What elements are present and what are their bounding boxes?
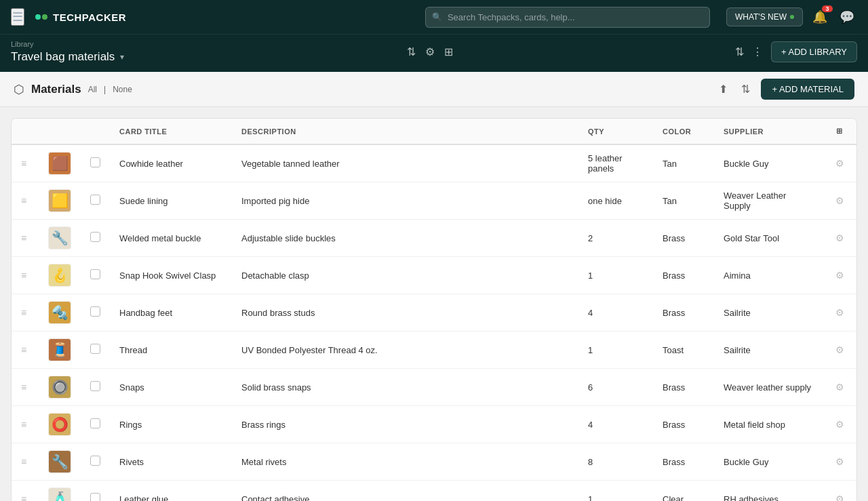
- row-qty: one hide: [578, 182, 653, 220]
- row-checkbox[interactable]: [90, 344, 100, 354]
- row-thumbnail: ⭕: [39, 406, 81, 443]
- add-material-button[interactable]: + ADD MATERIAL: [761, 79, 854, 100]
- row-thumbnail: 🟨: [39, 182, 81, 220]
- sort-button[interactable]: ⇅: [738, 80, 753, 98]
- library-icons: ⇅ ⚙ ⊞: [407, 45, 453, 58]
- table-row: ≡ 🟫 Cowhide leather Vegetable tanned lea…: [12, 144, 856, 182]
- add-library-button[interactable]: + ADD LIBRARY: [771, 41, 857, 62]
- table-row: ≡ 🧴 Leather glue Contact adhesive 1 Clea…: [12, 481, 856, 502]
- row-checkbox[interactable]: [90, 306, 100, 317]
- thumbnail-image: 🧴: [48, 487, 71, 501]
- row-thumbnail: 🔘: [39, 369, 81, 406]
- filter-all-link[interactable]: All: [88, 85, 97, 94]
- row-thumbnail: 🧵: [39, 332, 81, 369]
- whats-new-label: WHAT'S NEW: [735, 12, 787, 22]
- filter-icon[interactable]: ⇅: [407, 45, 416, 58]
- row-drag[interactable]: ≡: [12, 182, 39, 220]
- row-checkbox[interactable]: [90, 456, 100, 466]
- row-checkbox-cell: [81, 406, 110, 443]
- filter-none-link[interactable]: None: [113, 85, 132, 94]
- row-checkbox[interactable]: [90, 493, 100, 501]
- row-gear-icon[interactable]: ⚙: [835, 307, 844, 318]
- row-gear-cell: ⚙: [823, 406, 856, 443]
- table-row: ≡ 🪝 Snap Hook Swivel Clasp Detachable cl…: [12, 257, 856, 294]
- row-description: Solid brass snaps: [232, 369, 578, 406]
- row-gear-icon[interactable]: ⚙: [835, 494, 844, 501]
- library-title: Travel bag materials: [11, 50, 115, 64]
- row-thumbnail: 🧴: [39, 481, 81, 502]
- export-button[interactable]: ⬆: [716, 80, 730, 98]
- row-drag[interactable]: ≡: [12, 294, 39, 332]
- row-gear-cell: ⚙: [823, 182, 856, 220]
- row-qty: 1: [578, 332, 653, 369]
- row-drag[interactable]: ≡: [12, 481, 39, 502]
- row-title: Thread: [110, 332, 232, 369]
- notifications-button[interactable]: 🔔 3: [810, 7, 830, 27]
- row-checkbox[interactable]: [90, 232, 100, 242]
- table-row: ≡ 🟨 Suede lining Imported pig hide one h…: [12, 182, 856, 220]
- row-qty: 6: [578, 369, 653, 406]
- row-checkbox[interactable]: [90, 418, 100, 428]
- table-row: ≡ 🔧 Welded metal buckle Adjustable slide…: [12, 220, 856, 257]
- row-checkbox-cell: [81, 182, 110, 220]
- row-title: Welded metal buckle: [110, 220, 232, 257]
- th-thumb: [39, 119, 81, 144]
- hamburger-button[interactable]: ☰: [11, 8, 24, 26]
- row-supplier: Aimina: [714, 257, 823, 294]
- row-checkbox[interactable]: [90, 157, 100, 167]
- table-row: ≡ ⭕ Rings Brass rings 4 Brass Metal fiel…: [12, 406, 856, 443]
- row-drag[interactable]: ≡: [12, 443, 39, 481]
- row-gear-icon[interactable]: ⚙: [835, 195, 844, 206]
- th-actions[interactable]: ⊞: [823, 119, 856, 144]
- row-drag[interactable]: ≡: [12, 369, 39, 406]
- row-thumbnail: 🟫: [39, 144, 81, 182]
- table-header-row: Card Title DESCRIPTION QTY COLOR SUPPLIE…: [12, 119, 856, 144]
- more-icon[interactable]: ⋮: [752, 45, 763, 58]
- search-input[interactable]: [425, 7, 710, 28]
- app-name: TECHPACKER: [53, 12, 126, 23]
- row-drag[interactable]: ≡: [12, 220, 39, 257]
- row-gear-icon[interactable]: ⚙: [835, 456, 844, 467]
- add-material-label: + ADD MATERIAL: [772, 84, 844, 94]
- row-checkbox-cell: [81, 481, 110, 502]
- row-supplier: Weaver leather supply: [714, 369, 823, 406]
- thumbnail-image: 🧵: [48, 338, 71, 361]
- settings-icon[interactable]: ⚙: [425, 45, 435, 58]
- whats-new-button[interactable]: WHAT'S NEW: [726, 7, 803, 26]
- row-gear-icon[interactable]: ⚙: [835, 382, 844, 393]
- row-drag[interactable]: ≡: [12, 144, 39, 182]
- row-title: Snaps: [110, 369, 232, 406]
- row-gear-icon[interactable]: ⚙: [835, 419, 844, 430]
- row-title: Suede lining: [110, 182, 232, 220]
- library-chevron-icon[interactable]: ▾: [120, 52, 124, 62]
- row-supplier: Sailrite: [714, 294, 823, 332]
- row-gear-cell: ⚙: [823, 294, 856, 332]
- row-description: Imported pig hide: [232, 182, 578, 220]
- row-drag[interactable]: ≡: [12, 406, 39, 443]
- row-qty: 1: [578, 481, 653, 502]
- filter2-icon[interactable]: ⇅: [735, 45, 744, 58]
- table-body: ≡ 🟫 Cowhide leather Vegetable tanned lea…: [12, 144, 856, 501]
- table-row: ≡ 🔩 Handbag feet Round brass studs 4 Bra…: [12, 294, 856, 332]
- row-gear-icon[interactable]: ⚙: [835, 270, 844, 281]
- row-gear-cell: ⚙: [823, 220, 856, 257]
- thumbnail-image: 🔧: [48, 450, 71, 473]
- thumbnail-image: 🟨: [48, 189, 71, 212]
- row-drag[interactable]: ≡: [12, 257, 39, 294]
- row-gear-icon[interactable]: ⚙: [835, 158, 844, 169]
- row-title: Rivets: [110, 443, 232, 481]
- row-description: Adjustable slide buckles: [232, 220, 578, 257]
- messages-button[interactable]: 💬: [837, 7, 857, 27]
- row-checkbox[interactable]: [90, 195, 100, 205]
- row-gear-cell: ⚙: [823, 369, 856, 406]
- row-gear-icon[interactable]: ⚙: [835, 344, 844, 355]
- row-title: Snap Hook Swivel Clasp: [110, 257, 232, 294]
- row-description: Contact adhesive: [232, 481, 578, 502]
- app-logo: TECHPACKER: [35, 12, 126, 23]
- row-drag[interactable]: ≡: [12, 332, 39, 369]
- library-right: ⇅ ⋮ + ADD LIBRARY: [735, 41, 857, 62]
- row-checkbox[interactable]: [90, 381, 100, 391]
- row-checkbox[interactable]: [90, 269, 100, 279]
- columns-icon[interactable]: ⊞: [444, 45, 453, 58]
- row-gear-icon[interactable]: ⚙: [835, 233, 844, 243]
